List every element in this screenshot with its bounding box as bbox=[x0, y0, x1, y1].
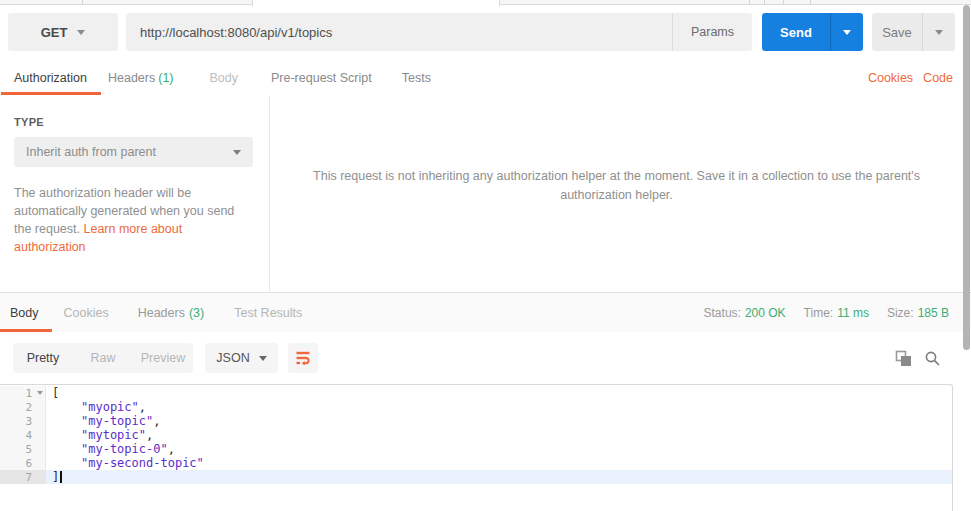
view-raw-button[interactable]: Raw bbox=[73, 343, 133, 373]
tab-authorization[interactable]: Authorization bbox=[14, 71, 87, 85]
line-number-text: 7 bbox=[25, 471, 32, 484]
response-panel: Body Cookies Headers(3) Test Results Sta… bbox=[0, 292, 971, 511]
code-token-string: "my-topic-0" bbox=[52, 442, 168, 456]
code-line[interactable]: "myopic", bbox=[46, 400, 952, 414]
line-number-text: 2 bbox=[25, 401, 32, 414]
tab-response-body[interactable]: Body bbox=[10, 306, 39, 320]
inherit-auth-message: This request is not inheriting any autho… bbox=[307, 167, 927, 205]
tab-divider bbox=[810, 0, 811, 5]
cookies-link[interactable]: Cookies bbox=[868, 71, 913, 85]
text-cursor bbox=[60, 471, 62, 483]
search-icon bbox=[924, 350, 941, 367]
line-number-active[interactable]: 7 bbox=[0, 470, 46, 484]
line-number[interactable]: 5 bbox=[0, 442, 46, 456]
line-number[interactable]: 3 bbox=[0, 414, 46, 428]
postman-request-view: GET Params Send Save Authorization Heade… bbox=[0, 0, 971, 511]
time-badge: Time:11 ms bbox=[804, 306, 869, 320]
headers-count-badge: (1) bbox=[158, 71, 173, 85]
code-area[interactable]: [ "myopic", "my-topic", "mytopic", "my-t… bbox=[46, 386, 952, 484]
response-body-editor[interactable]: 1 2 3 4 5 6 7 [ "myopic", "my-topic", "m… bbox=[0, 384, 953, 511]
view-pretty-button[interactable]: Pretty bbox=[13, 343, 73, 373]
tab-response-headers-label: Headers bbox=[138, 306, 185, 320]
type-label: TYPE bbox=[14, 116, 253, 128]
code-token: , bbox=[168, 442, 175, 456]
code-link[interactable]: Code bbox=[923, 71, 953, 85]
status-value: 200 OK bbox=[745, 306, 786, 320]
request-bar: GET Params Send Save bbox=[8, 13, 955, 51]
size-label: Size: bbox=[887, 306, 914, 320]
auth-type-panel: TYPE Inherit auth from parent The author… bbox=[0, 96, 270, 292]
view-preview-button[interactable]: Preview bbox=[133, 343, 193, 373]
code-line[interactable]: [ bbox=[46, 386, 952, 400]
auth-type-value: Inherit auth from parent bbox=[26, 145, 233, 159]
chevron-down-icon bbox=[843, 30, 851, 35]
scrollbar-track[interactable] bbox=[962, 0, 971, 511]
code-token: [ bbox=[52, 386, 59, 400]
response-headers-count-badge: (3) bbox=[189, 306, 204, 320]
response-tool-icons bbox=[894, 332, 941, 384]
params-button[interactable]: Params bbox=[672, 13, 752, 51]
active-tab-edge bbox=[252, 0, 500, 6]
line-number-text: 5 bbox=[25, 443, 32, 456]
response-toolbar: Pretty Raw Preview JSON bbox=[0, 332, 971, 384]
line-number[interactable]: 1 bbox=[0, 386, 46, 400]
code-token-string: "my-topic" bbox=[52, 414, 153, 428]
code-token-string: "myopic" bbox=[52, 400, 139, 414]
line-number-text: 1 bbox=[25, 387, 32, 400]
status-label: Status: bbox=[704, 306, 741, 320]
send-options-button[interactable] bbox=[830, 13, 863, 51]
code-token: , bbox=[139, 400, 146, 414]
send-button[interactable]: Send bbox=[762, 13, 830, 51]
url-group: Params bbox=[126, 13, 752, 51]
code-line[interactable]: "mytopic", bbox=[46, 428, 952, 442]
line-number-text: 3 bbox=[25, 415, 32, 428]
tab-divider bbox=[764, 0, 765, 5]
code-token: ] bbox=[52, 470, 59, 484]
format-select[interactable]: JSON bbox=[205, 343, 278, 373]
size-value: 185 B bbox=[918, 306, 949, 320]
tab-divider bbox=[82, 0, 83, 5]
url-input[interactable] bbox=[126, 13, 672, 51]
response-meta: Status:200 OK Time:11 ms Size:185 B bbox=[704, 293, 949, 332]
code-line[interactable]: "my-topic", bbox=[46, 414, 952, 428]
response-tabs: Body Cookies Headers(3) Test Results Sta… bbox=[0, 293, 971, 332]
fold-arrow-icon[interactable] bbox=[37, 391, 43, 395]
copy-button[interactable] bbox=[894, 349, 912, 367]
tab-tests[interactable]: Tests bbox=[402, 71, 431, 85]
line-number[interactable]: 2 bbox=[0, 400, 46, 414]
save-button[interactable]: Save bbox=[872, 13, 922, 51]
code-line-active[interactable]: ] bbox=[46, 470, 952, 484]
method-label: GET bbox=[41, 25, 68, 40]
chevron-down-icon bbox=[259, 356, 267, 361]
wrap-lines-button[interactable] bbox=[288, 343, 318, 373]
view-mode-switch: Pretty Raw Preview bbox=[13, 343, 193, 373]
method-select[interactable]: GET bbox=[8, 13, 118, 51]
tab-divider bbox=[749, 0, 750, 5]
scrollbar-thumb[interactable] bbox=[963, 5, 970, 350]
copy-icon bbox=[895, 350, 912, 367]
tab-prerequest-script[interactable]: Pre-request Script bbox=[271, 71, 372, 85]
size-badge: Size:185 B bbox=[887, 306, 949, 320]
search-button[interactable] bbox=[923, 349, 941, 367]
time-value: 11 ms bbox=[837, 306, 869, 320]
line-number[interactable]: 4 bbox=[0, 428, 46, 442]
code-token-string: "mytopic" bbox=[52, 428, 146, 442]
chevron-down-icon bbox=[77, 30, 85, 35]
chevron-down-icon bbox=[935, 30, 943, 35]
code-line[interactable]: "my-second-topic" bbox=[46, 456, 952, 470]
time-label: Time: bbox=[804, 306, 834, 320]
auth-type-select[interactable]: Inherit auth from parent bbox=[14, 137, 253, 167]
tab-divider bbox=[783, 0, 784, 5]
tab-headers[interactable]: Headers(1) bbox=[108, 71, 174, 85]
code-line[interactable]: "my-topic-0", bbox=[46, 442, 952, 456]
save-options-button[interactable] bbox=[922, 13, 955, 51]
tab-body[interactable]: Body bbox=[210, 71, 239, 85]
line-number-gutter: 1 2 3 4 5 6 7 bbox=[0, 386, 46, 484]
tab-response-cookies[interactable]: Cookies bbox=[64, 306, 109, 320]
tab-test-results[interactable]: Test Results bbox=[234, 306, 302, 320]
tab-response-headers[interactable]: Headers(3) bbox=[138, 306, 205, 320]
request-tabs: Authorization Headers(1) Body Pre-reques… bbox=[0, 60, 971, 96]
line-number-text: 4 bbox=[25, 429, 32, 442]
line-number[interactable]: 6 bbox=[0, 456, 46, 470]
send-button-group: Send bbox=[762, 13, 863, 51]
